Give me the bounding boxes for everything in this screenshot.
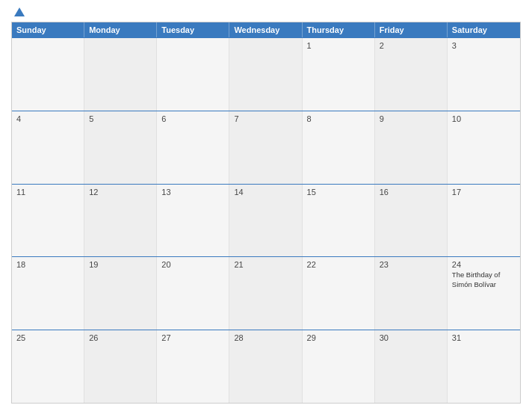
- day-number: 25: [16, 333, 79, 342]
- day-number: 29: [307, 333, 370, 342]
- calendar-cell: [12, 38, 84, 111]
- day-number: 1: [307, 41, 370, 50]
- day-number: 21: [234, 260, 297, 269]
- day-number: 7: [234, 114, 297, 123]
- calendar-week-row: 45678910: [12, 111, 520, 184]
- day-of-week-header: Friday: [375, 22, 448, 37]
- calendar-body: 123456789101112131415161718192021222324T…: [12, 37, 520, 403]
- calendar-cell: 16: [375, 185, 448, 257]
- day-number: 30: [380, 333, 442, 342]
- day-number: 15: [307, 188, 370, 197]
- calendar-cell: 20: [157, 257, 229, 330]
- calendar-cell: 29: [303, 330, 375, 403]
- calendar-cell: 10: [448, 111, 520, 184]
- day-number: 20: [161, 260, 224, 269]
- logo-triangle-icon: [14, 7, 25, 16]
- calendar-cell: 30: [375, 330, 448, 403]
- calendar-cell: 7: [229, 111, 302, 184]
- calendar-cell: 11: [12, 185, 84, 257]
- calendar-cell: 1: [303, 38, 375, 111]
- calendar-page: SundayMondayTuesdayWednesdayThursdayFrid…: [0, 0, 532, 411]
- calendar-cell: 13: [157, 185, 229, 257]
- header: [11, 7, 521, 17]
- calendar-grid: SundayMondayTuesdayWednesdayThursdayFrid…: [11, 22, 521, 404]
- calendar-cell: [157, 38, 229, 111]
- calendar-cell: 4: [12, 111, 84, 184]
- calendar-cell: 6: [157, 111, 229, 184]
- day-of-week-header: Wednesday: [229, 22, 302, 37]
- day-of-week-header: Tuesday: [157, 22, 229, 37]
- day-number: 5: [89, 114, 152, 123]
- day-number: 11: [16, 188, 79, 197]
- calendar-cell: 27: [157, 330, 229, 403]
- calendar-cell: [84, 38, 157, 111]
- day-number: 17: [452, 188, 516, 197]
- day-number: 31: [452, 333, 516, 342]
- calendar-cell: 26: [84, 330, 157, 403]
- calendar-cell: 5: [84, 111, 157, 184]
- day-of-week-header: Saturday: [448, 22, 520, 37]
- day-number: 4: [16, 114, 79, 123]
- day-number: 18: [16, 260, 79, 269]
- day-number: 22: [307, 260, 370, 269]
- calendar-header-row: SundayMondayTuesdayWednesdayThursdayFrid…: [12, 22, 520, 37]
- event-label: The Birthday of Simón Bolívar: [452, 271, 516, 289]
- day-number: 13: [161, 188, 224, 197]
- day-of-week-header: Thursday: [303, 22, 375, 37]
- calendar-cell: 25: [12, 330, 84, 403]
- day-number: 26: [89, 333, 152, 342]
- calendar-cell: 18: [12, 257, 84, 330]
- calendar-week-row: 11121314151617: [12, 184, 520, 257]
- day-number: 19: [89, 260, 152, 269]
- calendar-cell: 15: [303, 185, 375, 257]
- calendar-cell: 21: [229, 257, 302, 330]
- day-number: 3: [452, 41, 516, 50]
- calendar-cell: 19: [84, 257, 157, 330]
- calendar-week-row: 25262728293031: [12, 330, 520, 403]
- calendar-cell: 12: [84, 185, 157, 257]
- calendar-cell: 9: [375, 111, 448, 184]
- day-number: 24: [452, 260, 516, 269]
- day-of-week-header: Monday: [84, 22, 157, 37]
- calendar-cell: 22: [303, 257, 375, 330]
- calendar-week-row: 123: [12, 37, 520, 111]
- logo: [11, 7, 25, 17]
- day-number: 28: [234, 333, 297, 342]
- calendar-cell: [229, 38, 302, 111]
- calendar-cell: 14: [229, 185, 302, 257]
- calendar-cell: 23: [375, 257, 448, 330]
- day-number: 14: [234, 188, 297, 197]
- day-number: 10: [452, 114, 516, 123]
- calendar-week-row: 18192021222324The Birthday of Simón Bolí…: [12, 256, 520, 330]
- day-number: 27: [161, 333, 224, 342]
- calendar-cell: 8: [303, 111, 375, 184]
- calendar-cell: 31: [448, 330, 520, 403]
- day-number: 2: [380, 41, 442, 50]
- calendar-cell: 2: [375, 38, 448, 111]
- day-of-week-header: Sunday: [12, 22, 84, 37]
- day-number: 12: [89, 188, 152, 197]
- day-number: 9: [380, 114, 442, 123]
- day-number: 6: [161, 114, 224, 123]
- day-number: 23: [380, 260, 442, 269]
- calendar-cell: 24The Birthday of Simón Bolívar: [448, 257, 520, 330]
- day-number: 16: [380, 188, 442, 197]
- calendar-cell: 28: [229, 330, 302, 403]
- calendar-cell: 17: [448, 185, 520, 257]
- day-number: 8: [307, 114, 370, 123]
- calendar-cell: 3: [448, 38, 520, 111]
